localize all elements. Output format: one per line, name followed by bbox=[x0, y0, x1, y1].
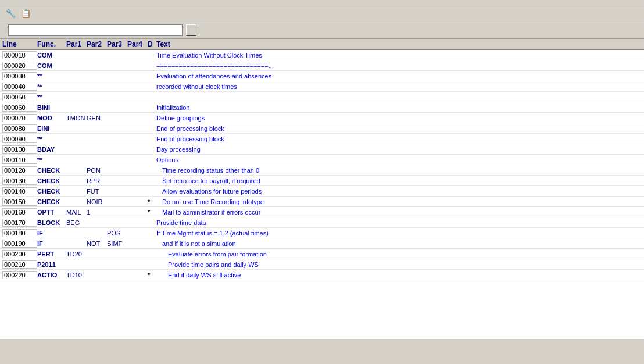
cell-text: If Time Mgmt status = 1,2 (actual times) bbox=[156, 230, 642, 237]
cell-func: P2011 bbox=[37, 261, 66, 268]
table-header: Line Func. Par1 Par2 Par3 Par4 D Text bbox=[0, 39, 644, 50]
cell-par2: NOIR bbox=[87, 198, 107, 205]
cell-line: 000030 bbox=[2, 72, 37, 80]
col-d: D bbox=[148, 40, 156, 48]
table-row[interactable]: 000080 EINI End of processing block bbox=[0, 123, 644, 134]
cell-text: Set retro.acc.for payroll, if required bbox=[156, 177, 642, 184]
cell-func: BINI bbox=[37, 104, 66, 111]
cell-text: Provide time data bbox=[156, 219, 642, 226]
cell-func: COM bbox=[37, 52, 66, 59]
col-par1: Par1 bbox=[66, 40, 87, 48]
cell-line: 000120 bbox=[2, 166, 37, 174]
cell-line: 000150 bbox=[2, 198, 37, 206]
cell-line: 000160 bbox=[2, 208, 37, 216]
table-row[interactable]: 000010 COM Time Evaluation Without Clock… bbox=[0, 50, 644, 60]
cell-line: 000060 bbox=[2, 104, 37, 112]
cell-d: * bbox=[148, 209, 156, 216]
cell-func: CHECK bbox=[37, 177, 66, 184]
cell-line: 000100 bbox=[2, 145, 37, 154]
cell-func: ACTIO bbox=[37, 272, 66, 279]
cell-text: Day processing bbox=[156, 146, 642, 153]
table-row[interactable]: 000130 CHECK RPR Set retro.acc.for payro… bbox=[0, 176, 644, 186]
table-body: 000010 COM Time Evaluation Without Clock… bbox=[0, 50, 644, 280]
cell-line: 000050 bbox=[2, 93, 37, 101]
table-row[interactable]: 000210 P2011 Provide time pairs and dail… bbox=[0, 259, 644, 270]
cell-func: CHECK bbox=[37, 188, 66, 195]
cell-text: Provide time pairs and daily WS bbox=[156, 261, 642, 268]
cell-func: BLOCK bbox=[37, 219, 66, 226]
main-content: Line Func. Par1 Par2 Par3 Par4 D Text 00… bbox=[0, 39, 644, 339]
cell-par3: POS bbox=[107, 230, 127, 237]
command-input[interactable] bbox=[8, 24, 183, 36]
table-row[interactable]: 000120 CHECK PON Time recording status o… bbox=[0, 165, 644, 176]
table-row[interactable]: 000170 BLOCK BEG Provide time data bbox=[0, 217, 644, 228]
cell-line: 000040 bbox=[2, 83, 37, 91]
cell-func: PERT bbox=[37, 251, 66, 258]
cell-line: 000070 bbox=[2, 114, 37, 122]
cell-func: ** bbox=[37, 156, 66, 163]
cell-line: 000020 bbox=[2, 62, 37, 70]
cell-func: MOD bbox=[37, 115, 66, 122]
cell-text: Allow evaluations for future periods bbox=[156, 188, 642, 195]
table-row[interactable]: 000220 ACTIO TD10 * End if daily WS stil… bbox=[0, 270, 644, 280]
tool-icon-2[interactable]: 📋 bbox=[20, 8, 31, 19]
cell-par2: NOT bbox=[87, 240, 107, 247]
cell-line: 000170 bbox=[2, 219, 37, 227]
table-row[interactable]: 000180 IF POS If Time Mgmt status = 1,2 … bbox=[0, 228, 644, 238]
cell-text: and if it is not a simulation bbox=[156, 240, 642, 247]
cell-text: Time Evaluation Without Clock Times bbox=[156, 52, 642, 59]
table-row[interactable]: 000140 CHECK FUT Allow evaluations for f… bbox=[0, 186, 644, 197]
table-row[interactable]: 000060 BINI Initialization bbox=[0, 102, 644, 113]
cell-line: 000010 bbox=[2, 51, 37, 59]
cell-func: ** bbox=[37, 83, 66, 90]
cell-par2: PON bbox=[87, 167, 107, 174]
cell-text: Options: bbox=[156, 156, 642, 163]
cell-func: ** bbox=[37, 135, 66, 142]
cell-func: ** bbox=[37, 73, 66, 80]
table-row[interactable]: 000090 ** End of processing block bbox=[0, 134, 644, 144]
col-par3: Par3 bbox=[107, 40, 127, 48]
table-row[interactable]: 000030 ** Evaluation of attendances and … bbox=[0, 71, 644, 81]
col-func: Func. bbox=[37, 40, 66, 48]
cell-text: ==============================... bbox=[156, 62, 642, 69]
cell-line: 000180 bbox=[2, 229, 37, 237]
cell-line: 000090 bbox=[2, 135, 37, 143]
cell-text: End if daily WS still active bbox=[156, 272, 642, 279]
cell-par1: TMON bbox=[66, 115, 87, 122]
cell-text: Do not use Time Recording infotype bbox=[156, 198, 642, 205]
cell-text: Time recording status other than 0 bbox=[156, 167, 642, 174]
tool-icon-1[interactable]: 🔧 bbox=[5, 8, 16, 19]
table-row[interactable]: 000100 BDAY Day processing bbox=[0, 144, 644, 155]
table-row[interactable]: 000190 IF NOT SIMF and if it is not a si… bbox=[0, 238, 644, 249]
cell-func: ** bbox=[37, 94, 66, 101]
cell-par2: 1 bbox=[87, 209, 107, 216]
table-row[interactable]: 000160 OPTT MAIL 1 * Mail to administrat… bbox=[0, 207, 644, 217]
cell-line: 000140 bbox=[2, 187, 37, 195]
cell-par3: SIMF bbox=[107, 240, 127, 247]
stack-button[interactable] bbox=[186, 24, 196, 36]
title-bar bbox=[0, 0, 644, 5]
cell-line: 000200 bbox=[2, 250, 37, 258]
cell-func: EINI bbox=[37, 125, 66, 132]
table-row[interactable]: 000040 ** recorded without clock times bbox=[0, 81, 644, 92]
cell-line: 000110 bbox=[2, 156, 37, 164]
command-bar bbox=[0, 22, 644, 39]
table-row[interactable]: 000150 CHECK NOIR * Do not use Time Reco… bbox=[0, 197, 644, 207]
table-row[interactable]: 000020 COM =============================… bbox=[0, 60, 644, 71]
cell-text: Evaluation of attendances and absences bbox=[156, 73, 642, 80]
cell-text: Define groupings bbox=[156, 115, 642, 122]
table-row[interactable]: 000050 ** bbox=[0, 92, 644, 102]
cell-func: BDAY bbox=[37, 146, 66, 153]
cell-par2: RPR bbox=[87, 177, 107, 184]
cell-func: COM bbox=[37, 62, 66, 69]
table-row[interactable]: 000110 ** Options: bbox=[0, 155, 644, 165]
col-par4: Par4 bbox=[127, 40, 148, 48]
cell-par2: FUT bbox=[87, 188, 107, 195]
table-row[interactable]: 000070 MOD TMON GEN Define groupings bbox=[0, 113, 644, 123]
cell-par2: GEN bbox=[87, 115, 107, 122]
cell-par1: TD20 bbox=[66, 251, 87, 258]
cell-line: 000210 bbox=[2, 260, 37, 269]
cell-func: IF bbox=[37, 240, 66, 247]
table-row[interactable]: 000200 PERT TD20 Evaluate errors from pa… bbox=[0, 249, 644, 259]
cell-d: * bbox=[148, 198, 156, 205]
